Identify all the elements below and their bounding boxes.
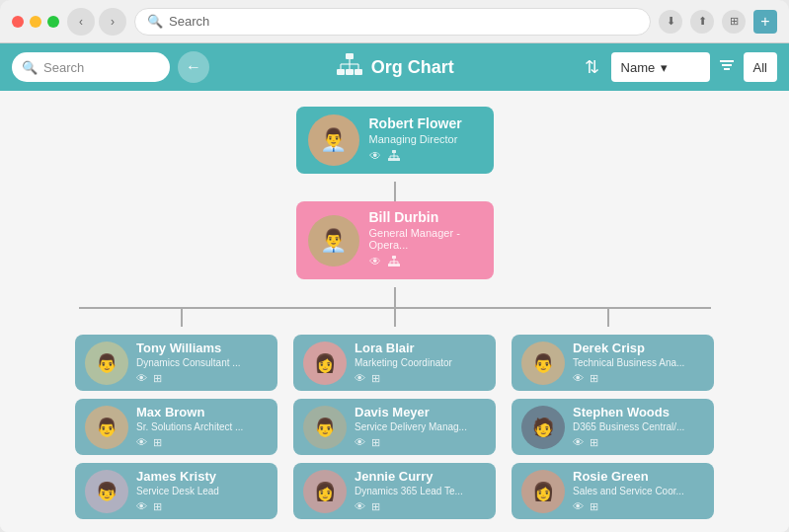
top-bar: 🔍 Search ← Org Char [0, 43, 789, 91]
node-name-lora: Lora Blair [355, 341, 486, 355]
all-filter-button[interactable]: All [744, 52, 777, 82]
node-info-tony: Tony Williams Dynamics Consultant ... 👁 … [136, 341, 268, 385]
org-icon [387, 149, 401, 166]
name-dropdown[interactable]: Name ▾ [611, 52, 710, 82]
avatar-rosie: 👩 [521, 470, 565, 513]
browser-chrome: ‹ › 🔍 Search ⬇ ⬆ ⊞ + [0, 0, 789, 43]
node-derek[interactable]: 👨 Derek Crisp Technical Business Ana... … [512, 335, 714, 391]
node-name-jennie: Jennie Curry [355, 469, 486, 484]
connector-robert-bill [20, 182, 769, 201]
node-bill[interactable]: 👨‍💼 Bill Durbin General Manager - Opera.… [296, 201, 494, 279]
address-bar[interactable]: 🔍 Search [134, 8, 651, 36]
svg-rect-14 [396, 158, 400, 161]
close-button[interactable] [12, 16, 24, 28]
org-icon: ⊞ [153, 500, 162, 513]
avatar-robert: 👨‍💼 [308, 114, 359, 166]
node-title-bill: General Manager - Opera... [369, 227, 482, 251]
maximize-button[interactable] [47, 16, 59, 28]
org-icon [387, 255, 401, 271]
col-left: 👨 Tony Williams Dynamics Consultant ... … [75, 335, 277, 519]
node-icons-bill: 👁 [369, 255, 482, 271]
org-icon: ⊞ [590, 372, 598, 385]
org-icon: ⊞ [371, 372, 380, 385]
node-stephen[interactable]: 🧑 Stephen Woods D365 Business Central/..… [512, 399, 714, 455]
avatar-lora: 👩 [303, 342, 347, 385]
svg-rect-12 [388, 158, 392, 161]
org-icon: ⊞ [590, 436, 598, 449]
download-icon[interactable]: ⬇ [659, 10, 682, 34]
svg-rect-3 [355, 69, 362, 75]
node-info-max: Max Brown Sr. Solutions Architect ... 👁 … [136, 405, 268, 449]
eye-icon: 👁 [355, 436, 365, 449]
node-name-james: James Kristy [136, 469, 268, 484]
title-text: Org Chart [371, 57, 454, 78]
node-info-derek: Derek Crisp Technical Business Ana... 👁 … [573, 341, 704, 385]
node-icons-stephen: 👁 ⊞ [573, 436, 704, 449]
eye-icon: 👁 [136, 436, 147, 449]
avatar-tony: 👨 [85, 342, 128, 385]
node-info-lora: Lora Blair Marketing Coordinator 👁 ⊞ [355, 341, 486, 385]
avatar-max: 👨 [85, 406, 128, 449]
browser-icons: ⬇ ⬆ ⊞ [659, 10, 746, 34]
node-info-robert: Robert Flower Managing Director 👁 [369, 115, 482, 166]
svg-rect-13 [392, 158, 396, 161]
eye-icon: 👁 [573, 500, 584, 513]
eye-icon: 👁 [136, 372, 147, 385]
forward-nav-button[interactable]: › [99, 8, 126, 36]
org-icon: ⊞ [371, 436, 380, 449]
node-title-rosie: Sales and Service Coor... [573, 486, 704, 496]
node-icons-lora: 👁 ⊞ [355, 372, 486, 385]
svg-rect-19 [392, 256, 396, 259]
node-davis[interactable]: 👨 Davis Meyer Service Delivery Manag... … [293, 399, 496, 455]
node-robert[interactable]: 👨‍💼 Robert Flower Managing Director 👁 [296, 107, 494, 174]
minimize-button[interactable] [30, 16, 41, 28]
node-name-stephen: Stephen Woods [573, 405, 704, 419]
node-icons-robert: 👁 [369, 149, 482, 166]
chart-area: 👨‍💼 Robert Flower Managing Director 👁 [0, 91, 789, 532]
node-tony[interactable]: 👨 Tony Williams Dynamics Consultant ... … [75, 335, 277, 391]
node-name-tony: Tony Williams [136, 341, 268, 355]
node-info-davis: Davis Meyer Service Delivery Manag... 👁 … [355, 405, 486, 449]
node-info-stephen: Stephen Woods D365 Business Central/... … [573, 405, 704, 449]
address-text: Search [169, 14, 209, 29]
avatar-bill: 👨‍💼 [308, 215, 359, 266]
org-icon: ⊞ [371, 500, 380, 513]
svg-rect-22 [396, 264, 400, 266]
chevron-down-icon: ▾ [661, 60, 668, 75]
node-title-james: Service Desk Lead [136, 486, 268, 496]
bookmark-icon[interactable]: ⊞ [722, 10, 746, 34]
eye-icon: 👁 [573, 372, 584, 385]
node-max[interactable]: 👨 Max Brown Sr. Solutions Architect ... … [75, 399, 277, 455]
node-title-derek: Technical Business Ana... [573, 357, 704, 368]
node-jennie[interactable]: 👩 Jennie Curry Dynamics 365 Lead Te... 👁… [293, 463, 496, 519]
node-name-derek: Derek Crisp [573, 341, 704, 355]
share-icon[interactable]: ⬆ [690, 10, 714, 34]
svg-rect-1 [337, 69, 345, 75]
back-button[interactable]: ← [178, 51, 209, 83]
eye-icon: 👁 [136, 500, 147, 513]
new-tab-button[interactable]: + [753, 10, 777, 34]
col-center: 👩 Lora Blair Marketing Coordinator 👁 ⊞ 👨 [293, 335, 496, 519]
col-right: 👨 Derek Crisp Technical Business Ana... … [512, 335, 714, 519]
node-lora[interactable]: 👩 Lora Blair Marketing Coordinator 👁 ⊞ [293, 335, 496, 391]
nav-buttons: ‹ › [67, 8, 126, 36]
node-icons-max: 👁 ⊞ [136, 436, 268, 449]
node-rosie[interactable]: 👩 Rosie Green Sales and Service Coor... … [512, 463, 714, 519]
app-container: 🔍 Search ← Org Char [0, 43, 789, 532]
avatar-jennie: 👩 [303, 470, 347, 513]
org-icon: ⊞ [590, 500, 598, 513]
search-box[interactable]: 🔍 Search [12, 52, 170, 82]
avatar-stephen: 🧑 [521, 406, 565, 449]
svg-rect-21 [392, 264, 396, 266]
avatar-davis: 👨 [303, 406, 347, 449]
back-nav-button[interactable]: ‹ [67, 8, 95, 36]
dropdown-label: Name [621, 60, 656, 75]
node-james[interactable]: 👦 James Kristy Service Desk Lead 👁 ⊞ [75, 463, 277, 519]
sort-button[interactable]: ⇅ [581, 56, 603, 78]
search-icon: 🔍 [22, 60, 38, 75]
filter-button[interactable] [718, 56, 736, 79]
node-info-bill: Bill Durbin General Manager - Opera... 👁 [369, 209, 482, 271]
node-icons-derek: 👁 ⊞ [573, 372, 704, 385]
node-name-robert: Robert Flower [369, 115, 482, 131]
connector-bill-children [20, 287, 769, 327]
